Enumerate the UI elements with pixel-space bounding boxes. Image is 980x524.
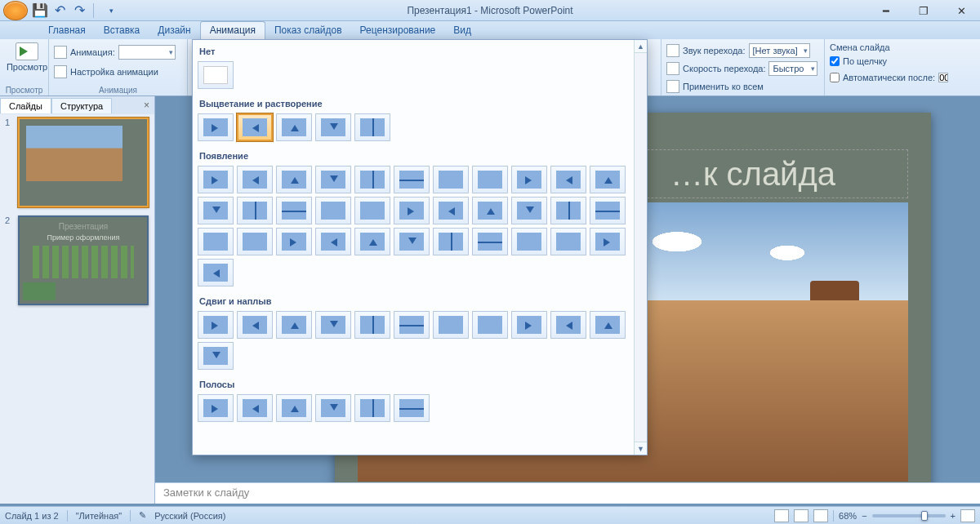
tab-animation[interactable]: Анимация	[200, 21, 265, 39]
redo-icon[interactable]: ↷	[72, 3, 87, 18]
fit-window-button[interactable]	[960, 509, 975, 522]
tab-view[interactable]: Вид	[444, 22, 480, 39]
transition-option[interactable]	[198, 311, 234, 339]
preview-button[interactable]: Просмотр	[5, 41, 49, 73]
transition-sound-dropdown[interactable]: [Нет звука]	[749, 43, 810, 58]
status-language[interactable]: Русский (Россия)	[154, 511, 225, 521]
thumbnail-2[interactable]: 2 Презентация Пример оформления	[5, 215, 149, 305]
transition-option[interactable]	[354, 197, 390, 224]
advance-time-input[interactable]	[938, 73, 948, 82]
transition-option[interactable]	[511, 197, 547, 224]
transition-option[interactable]	[237, 228, 273, 255]
apply-to-all-button[interactable]: Применить ко всем	[666, 78, 764, 95]
transition-option[interactable]	[237, 113, 273, 141]
transition-option[interactable]	[198, 61, 234, 89]
transition-option[interactable]	[590, 228, 626, 255]
transition-option[interactable]	[550, 197, 586, 224]
transition-option[interactable]	[237, 197, 273, 224]
transition-option[interactable]	[550, 166, 586, 193]
transition-option[interactable]	[394, 394, 430, 422]
auto-after-checkbox[interactable]: Автоматически после:	[830, 70, 948, 85]
animation-dropdown[interactable]	[118, 45, 176, 60]
transition-option[interactable]	[276, 166, 312, 193]
transition-option[interactable]	[276, 228, 312, 255]
transition-option[interactable]	[394, 197, 430, 224]
slideshow-view-button[interactable]	[813, 509, 828, 522]
transition-option[interactable]	[433, 228, 469, 255]
transition-option[interactable]	[354, 311, 390, 339]
transition-option[interactable]	[276, 394, 312, 422]
transition-option[interactable]	[315, 113, 351, 141]
transition-option[interactable]	[550, 311, 586, 339]
transition-option[interactable]	[315, 166, 351, 193]
transition-option[interactable]	[198, 113, 234, 141]
close-button[interactable]: ✕	[942, 0, 980, 21]
close-panel-icon[interactable]: ×	[144, 100, 149, 111]
transition-option[interactable]	[590, 197, 626, 224]
on-click-checkbox[interactable]: По щелчку	[830, 54, 887, 69]
zoom-in-button[interactable]: +	[951, 511, 956, 521]
transition-option[interactable]	[198, 228, 234, 255]
transition-option[interactable]	[276, 197, 312, 224]
tab-review[interactable]: Рецензирование	[351, 22, 445, 39]
transition-option[interactable]	[511, 166, 547, 193]
transition-option[interactable]	[198, 259, 234, 286]
office-button[interactable]	[3, 1, 28, 20]
transition-option[interactable]	[276, 311, 312, 339]
transition-option[interactable]	[472, 197, 508, 224]
zoom-level[interactable]: 68%	[839, 511, 857, 521]
transition-option[interactable]	[550, 228, 586, 255]
normal-view-button[interactable]	[774, 509, 789, 522]
save-icon[interactable]: 💾	[33, 3, 47, 18]
scroll-down-icon[interactable]: ▼	[635, 442, 647, 455]
transition-option[interactable]	[315, 228, 351, 255]
transition-option[interactable]	[237, 394, 273, 422]
tab-slideshow[interactable]: Показ слайдов	[265, 22, 351, 39]
tab-outline[interactable]: Структура	[51, 98, 112, 113]
qat-dropdown-icon[interactable]: ▾	[104, 3, 118, 18]
transition-option[interactable]	[511, 311, 547, 339]
transition-option[interactable]	[590, 311, 626, 339]
transition-option[interactable]	[433, 166, 469, 193]
transition-option[interactable]	[354, 228, 390, 255]
transition-option[interactable]	[433, 197, 469, 224]
transition-option[interactable]	[472, 228, 508, 255]
transition-option[interactable]	[237, 166, 273, 193]
transition-option[interactable]	[354, 394, 390, 422]
tab-slides[interactable]: Слайды	[0, 98, 51, 113]
custom-animation-button[interactable]: Настройка анимации	[54, 64, 158, 80]
transition-option[interactable]	[394, 311, 430, 339]
transition-option[interactable]	[433, 311, 469, 339]
transition-option[interactable]	[511, 228, 547, 255]
transition-option[interactable]	[198, 394, 234, 422]
transition-option[interactable]	[354, 113, 390, 141]
transition-option[interactable]	[198, 342, 234, 370]
notes-pane[interactable]: Заметки к слайду	[155, 482, 980, 504]
transition-option[interactable]	[315, 311, 351, 339]
undo-icon[interactable]: ↶	[52, 3, 67, 18]
transition-option[interactable]	[198, 197, 234, 224]
transition-option[interactable]	[394, 166, 430, 193]
gallery-scroll-area[interactable]: НетВыцветание и растворениеПоявлениеСдви…	[193, 40, 634, 455]
transition-option[interactable]	[394, 228, 430, 255]
transition-option[interactable]	[315, 394, 351, 422]
transition-option[interactable]	[472, 166, 508, 193]
maximize-button[interactable]: ❐	[905, 0, 942, 21]
thumbnail-1[interactable]: 1	[5, 118, 149, 207]
transition-option[interactable]	[315, 197, 351, 224]
sorter-view-button[interactable]	[794, 509, 808, 522]
transition-option[interactable]	[354, 166, 390, 193]
zoom-slider[interactable]	[872, 514, 946, 517]
transition-option[interactable]	[590, 166, 626, 193]
transition-option[interactable]	[472, 311, 508, 339]
transition-option[interactable]	[198, 166, 234, 193]
transition-speed-dropdown[interactable]: Быстро	[768, 61, 817, 76]
scroll-up-icon[interactable]: ▲	[635, 40, 647, 53]
tab-insert[interactable]: Вставка	[95, 22, 149, 39]
minimize-button[interactable]: ━	[867, 0, 905, 21]
transition-option[interactable]	[276, 113, 312, 141]
gallery-scrollbar[interactable]: ▲ ▼	[634, 40, 647, 455]
tab-design[interactable]: Дизайн	[149, 22, 199, 39]
transition-option[interactable]	[237, 311, 273, 339]
zoom-out-button[interactable]: −	[862, 511, 866, 521]
